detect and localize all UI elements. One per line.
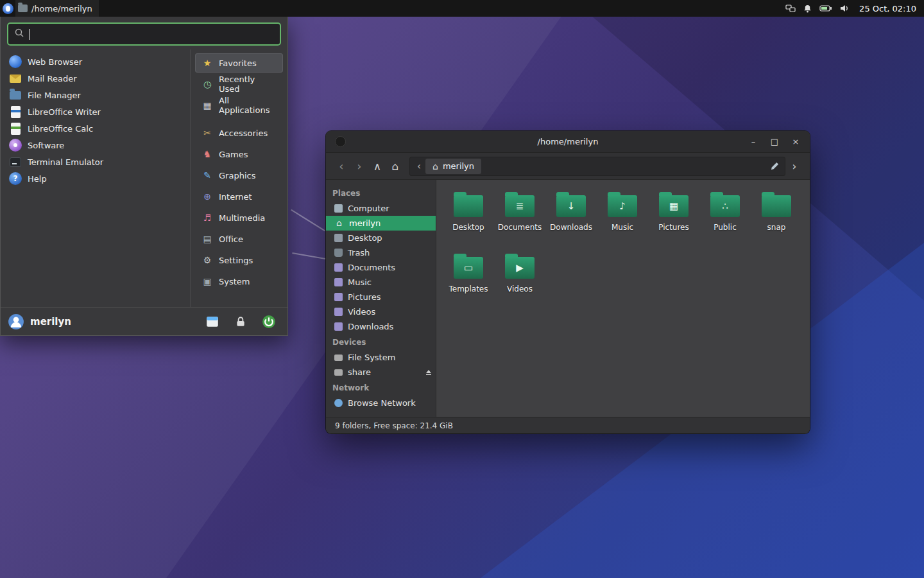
help-icon: ? <box>9 172 22 185</box>
home-icon: ⌂ <box>432 161 438 171</box>
mail-icon <box>10 74 21 83</box>
window-toolbar: ‹ › ∧ ⌂ ‹ ⌂ merilyn › <box>326 153 810 180</box>
search-icon <box>14 28 24 40</box>
category-multimedia[interactable]: ♬ Multimedia <box>195 208 283 227</box>
search-input[interactable] <box>32 29 274 39</box>
minimize-button[interactable]: – <box>746 134 761 150</box>
category-recently-used[interactable]: ◷ Recently Used <box>195 74 283 94</box>
volume-icon[interactable] <box>839 3 850 13</box>
sidebar-item-label: File System <box>348 353 395 362</box>
sidebar-item-label: share <box>348 367 371 377</box>
sidebar-item-videos[interactable]: Videos <box>326 304 436 319</box>
network-header: Network <box>326 380 436 396</box>
sidebar-item-label: Music <box>348 277 372 287</box>
forward-button[interactable]: › <box>350 157 368 175</box>
lock-screen-button[interactable] <box>233 314 248 329</box>
folder-label: Music <box>612 223 633 232</box>
user-avatar[interactable] <box>8 313 24 330</box>
menu-search-box[interactable] <box>7 22 281 46</box>
sidebar-item-desktop[interactable]: Desktop <box>326 231 436 245</box>
sidebar-item-music[interactable]: Music <box>326 275 436 290</box>
maximize-button[interactable]: □ <box>767 134 782 150</box>
menu-app-help[interactable]: ? Help <box>1 170 190 187</box>
logout-button[interactable] <box>261 314 277 329</box>
taskbar-window-button[interactable]: /home/merilyn <box>15 0 99 17</box>
folder-label: Desktop <box>452 223 484 232</box>
music-folder-icon <box>334 278 343 286</box>
folder-icon: ▦ <box>659 195 689 217</box>
panel-clock[interactable]: 25 Oct, 02:10 <box>859 4 916 13</box>
category-label: All Applications <box>219 96 277 115</box>
system-icon: ▣ <box>201 276 213 287</box>
category-settings[interactable]: ⚙ Settings <box>195 250 283 270</box>
sidebar-item-pictures[interactable]: Pictures <box>326 290 436 304</box>
home-button[interactable]: ⌂ <box>386 157 404 175</box>
category-label: Graphics <box>219 171 255 180</box>
menu-app-label: File Manager <box>28 91 81 100</box>
folder-videos[interactable]: ▶ Videos <box>494 249 545 311</box>
sidebar-item-share[interactable]: share <box>326 365 436 380</box>
folder-pictures[interactable]: ▦ Pictures <box>648 188 699 249</box>
sidebar-item-merilyn[interactable]: ⌂ merilyn <box>326 216 436 231</box>
path-scroll-right-icon[interactable]: › <box>785 157 803 175</box>
category-favorites[interactable]: ★ Favorites <box>195 53 283 73</box>
menu-app-label: LibreOffice Calc <box>28 124 93 134</box>
menu-app-software[interactable]: Software <box>1 137 190 153</box>
file-list-view[interactable]: Desktop ≣ Documents ↓ Downloads ♪ Music … <box>436 180 810 417</box>
sidebar-item-trash[interactable]: Trash <box>326 245 436 260</box>
accessories-icon: ✂ <box>201 127 213 139</box>
category-system[interactable]: ▣ System <box>195 272 283 291</box>
folder-documents[interactable]: ≣ Documents <box>494 188 545 249</box>
folder-desktop[interactable]: Desktop <box>443 188 494 249</box>
window-menu-icon[interactable] <box>335 136 346 147</box>
home-icon: ⌂ <box>334 219 344 227</box>
all-settings-button[interactable] <box>205 314 220 329</box>
menu-app-web-browser[interactable]: Web Browser <box>1 53 190 70</box>
menu-app-mail-reader[interactable]: Mail Reader <box>1 70 190 87</box>
close-button[interactable]: × <box>788 134 803 150</box>
folder-music[interactable]: ♪ Music <box>597 188 648 249</box>
folder-templates[interactable]: ▭ Templates <box>443 249 494 311</box>
category-office[interactable]: ▤ Office <box>195 229 283 249</box>
menu-footer: merilyn <box>1 307 287 335</box>
folder-snap[interactable]: snap <box>751 188 802 249</box>
folder-label: snap <box>767 223 786 232</box>
menu-app-libreoffice-writer[interactable]: LibreOffice Writer <box>1 103 190 120</box>
notifications-bell-icon[interactable] <box>803 4 812 13</box>
network-icon[interactable] <box>785 3 796 13</box>
sidebar-item-label: merilyn <box>349 218 381 228</box>
sidebar-item-file-system[interactable]: File System <box>326 350 436 365</box>
category-games[interactable]: ♞ Games <box>195 144 283 164</box>
category-label: Accessories <box>219 128 268 138</box>
sidebar-item-documents[interactable]: Documents <box>326 260 436 275</box>
edit-path-pencil-icon[interactable] <box>767 159 782 174</box>
sidebar-item-computer[interactable]: Computer <box>326 201 436 216</box>
whisker-menu-icon <box>3 3 13 14</box>
eject-icon[interactable] <box>425 369 432 376</box>
category-graphics[interactable]: ✎ Graphics <box>195 166 283 185</box>
sidebar-item-browse-network[interactable]: Browse Network <box>326 396 436 410</box>
menu-app-libreoffice-calc[interactable]: LibreOffice Calc <box>1 120 190 137</box>
favorites-icon: ★ <box>201 57 213 69</box>
music-emblem-icon: ♪ <box>619 202 626 211</box>
documents-folder-icon <box>334 263 343 272</box>
menu-app-terminal-emulator[interactable]: Terminal Emulator <box>1 153 190 170</box>
folder-downloads[interactable]: ↓ Downloads <box>545 188 597 249</box>
template-emblem-icon: ▭ <box>464 263 473 273</box>
folder-public[interactable]: ∴ Public <box>699 188 751 249</box>
back-button[interactable]: ‹ <box>332 157 350 175</box>
menu-app-file-manager[interactable]: File Manager <box>1 87 190 103</box>
folder-icon: ▶ <box>505 257 535 279</box>
category-internet[interactable]: ⊕ Internet <box>195 187 283 206</box>
breadcrumb-merilyn[interactable]: ⌂ merilyn <box>425 159 481 174</box>
sidebar-item-downloads[interactable]: Downloads <box>326 319 436 334</box>
category-accessories[interactable]: ✂ Accessories <box>195 123 283 143</box>
category-all-applications[interactable]: ▦ All Applications <box>195 96 283 115</box>
path-scroll-left-icon[interactable]: ‹ <box>413 161 425 172</box>
window-titlebar[interactable]: /home/merilyn – □ × <box>326 131 810 153</box>
status-bar: 9 folders, Free space: 21.4 GiB <box>326 417 810 434</box>
battery-icon[interactable] <box>819 4 832 12</box>
whisker-menu-button[interactable] <box>0 1 15 16</box>
up-button[interactable]: ∧ <box>368 157 386 175</box>
folder-icon: ↓ <box>556 195 586 217</box>
